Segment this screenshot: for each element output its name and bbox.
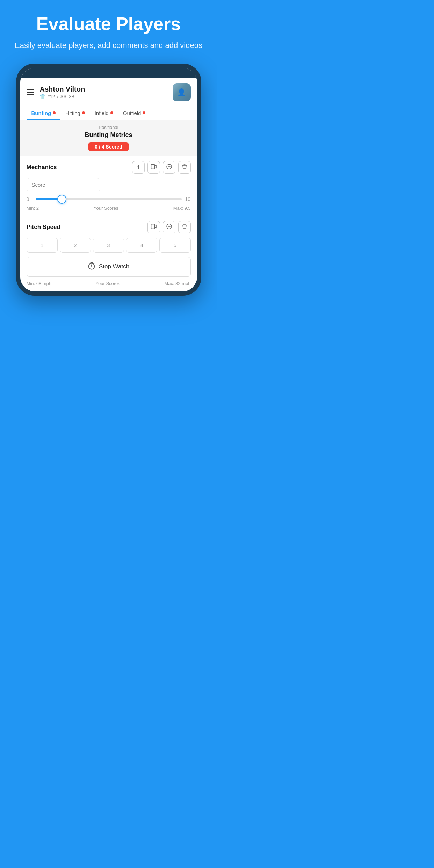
mechanics-section: Mechanics ℹ [20, 156, 197, 216]
slider-track[interactable] [36, 198, 182, 200]
tabs-bar: Bunting Hitting Infield Outfield [20, 106, 197, 120]
pitch-max: Max: 82 mph [164, 281, 190, 286]
player-number: #12 [48, 94, 55, 99]
pitch-add-icon [166, 224, 172, 231]
tab-hitting-dot [82, 111, 85, 114]
rating-2[interactable]: 2 [60, 238, 91, 253]
pitch-add-button[interactable] [163, 221, 175, 233]
pitch-delete-button[interactable] [178, 221, 191, 233]
pitch-speed-stats: Min: 68 mph Your Scores Max: 82 mph [27, 281, 191, 286]
rating-3[interactable]: 3 [93, 238, 124, 253]
add-button[interactable] [163, 161, 175, 174]
mechanics-stats: Min: 2 Your Scores Max: 9.5 [27, 205, 191, 211]
app-content: Ashton Vilton 👕 #12 / SS, 3B 👤 Bunting [20, 78, 197, 291]
score-input[interactable] [27, 178, 101, 191]
menu-button[interactable] [27, 89, 34, 95]
info-icon: ℹ [137, 164, 139, 171]
main-title: Evaluate Players [15, 14, 202, 34]
rating-1[interactable]: 1 [27, 238, 58, 253]
tab-outfield-dot [143, 111, 145, 114]
player-info: Ashton Vilton 👕 #12 / SS, 3B [40, 85, 173, 99]
separator: / [57, 94, 58, 99]
add-icon [166, 164, 172, 171]
phone-screen: Ashton Vilton 👕 #12 / SS, 3B 👤 Bunting [20, 68, 197, 291]
rating-4[interactable]: 4 [126, 238, 157, 253]
section-label: Positional [27, 125, 191, 130]
stopwatch-icon [88, 262, 95, 272]
avatar-image: 👤 [173, 83, 191, 101]
scored-badge: 0 / 4 Scored [88, 142, 129, 151]
slider-thumb[interactable] [57, 195, 66, 204]
svg-rect-0 [151, 164, 154, 169]
stopwatch-label: Stop Watch [99, 263, 129, 270]
stopwatch-button[interactable]: Stop Watch [27, 257, 191, 277]
tab-infield[interactable]: Infield [90, 106, 118, 120]
mechanics-min: Min: 2 [27, 205, 39, 211]
rating-buttons: 1 2 3 4 5 [27, 238, 191, 253]
slider-max-label: 10 [185, 196, 191, 202]
tab-bunting[interactable]: Bunting [27, 106, 61, 120]
tab-infield-label: Infield [95, 110, 109, 116]
mechanics-center: Your Scores [94, 205, 118, 211]
player-name: Ashton Vilton [40, 85, 173, 93]
player-meta: 👕 #12 / SS, 3B [40, 94, 173, 99]
score-input-wrapper [27, 178, 191, 191]
hero-section: Evaluate Players Easily evaluate players… [11, 14, 206, 51]
mechanics-header: Mechanics ℹ [27, 161, 191, 174]
rating-5[interactable]: 5 [159, 238, 190, 253]
info-button[interactable]: ℹ [132, 161, 145, 174]
app-header: Ashton Vilton 👕 #12 / SS, 3B 👤 [20, 78, 197, 106]
tab-hitting[interactable]: Hitting [60, 106, 90, 120]
mechanics-actions: ℹ [132, 161, 191, 174]
pitch-speed-title: Pitch Speed [27, 224, 60, 231]
notch [20, 68, 197, 78]
subtitle: Easily evaluate players, add comments an… [15, 40, 202, 51]
pitch-video-button[interactable] [147, 221, 160, 233]
video-icon [151, 164, 157, 171]
tab-outfield-label: Outfield [123, 110, 141, 116]
slider-row: 0 10 [27, 196, 191, 202]
tab-bunting-label: Bunting [31, 110, 51, 116]
mechanics-title: Mechanics [27, 164, 57, 171]
player-positions: SS, 3B [60, 94, 74, 99]
section-title: Bunting Metrics [27, 131, 191, 139]
jersey-icon: 👕 [40, 94, 45, 99]
avatar: 👤 [173, 83, 191, 101]
svg-rect-2 [151, 224, 154, 229]
delete-icon [182, 164, 187, 171]
pitch-delete-icon [182, 224, 187, 231]
pitch-min: Min: 68 mph [27, 281, 52, 286]
tab-outfield[interactable]: Outfield [118, 106, 151, 120]
mechanics-max: Max: 9.5 [173, 205, 191, 211]
tab-bunting-dot [53, 111, 56, 114]
pitch-center: Your Scores [96, 281, 120, 286]
metrics-header: Positional Bunting Metrics 0 / 4 Scored [20, 120, 197, 156]
phone-frame: Ashton Vilton 👕 #12 / SS, 3B 👤 Bunting [16, 64, 201, 296]
video-button[interactable] [147, 161, 160, 174]
pitch-speed-header: Pitch Speed [27, 221, 191, 233]
delete-button[interactable] [178, 161, 191, 174]
pitch-video-icon [151, 224, 157, 230]
pitch-speed-section: Pitch Speed [20, 216, 197, 291]
tab-infield-dot [110, 111, 113, 114]
notch-cutout [88, 69, 130, 78]
slider-min-label: 0 [27, 196, 32, 202]
pitch-speed-actions [147, 221, 191, 233]
tab-hitting-label: Hitting [65, 110, 80, 116]
